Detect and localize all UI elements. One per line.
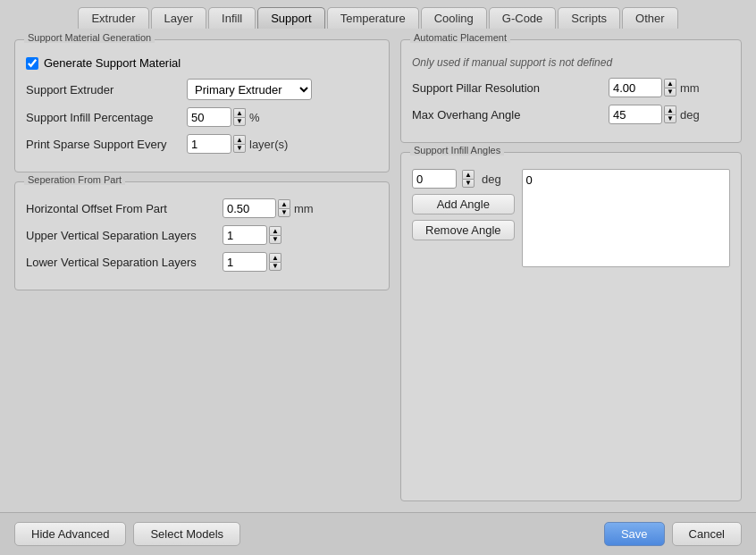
support-infill-unit: % — [249, 111, 260, 124]
support-infill-input[interactable]: 50 — [187, 107, 231, 127]
main-content: Support Material Generation Generate Sup… — [0, 29, 756, 512]
panels-row: Support Material Generation Generate Sup… — [14, 39, 742, 501]
print-sparse-down[interactable]: ▼ — [233, 144, 246, 153]
angle-input[interactable] — [412, 169, 457, 189]
lower-vertical-up[interactable]: ▲ — [269, 253, 281, 262]
generate-support-label: Generate Support Material — [44, 56, 181, 70]
print-sparse-spinner[interactable]: ▲ ▼ — [233, 135, 246, 153]
tab-support[interactable]: Support — [257, 7, 325, 29]
horizontal-offset-row: Horizontal Offset From Part ▲ ▼ mm — [26, 198, 378, 218]
upper-vertical-row: Upper Vertical Separation Layers ▲ ▼ — [26, 225, 378, 245]
tab-scripts[interactable]: Scripts — [558, 7, 620, 29]
bottom-bar: Hide Advanced Select Models Save Cancel — [0, 512, 756, 555]
max-overhang-down[interactable]: ▼ — [664, 114, 676, 123]
support-pillar-label: Support Pillar Resolution — [412, 81, 609, 95]
tab-cooling[interactable]: Cooling — [421, 7, 487, 29]
left-panels: Support Material Generation Generate Sup… — [14, 39, 390, 501]
upper-vertical-label: Upper Vertical Separation Layers — [26, 229, 223, 242]
print-sparse-unit: layer(s) — [249, 138, 288, 151]
lower-vertical-input[interactable] — [223, 252, 267, 272]
print-sparse-label: Print Sparse Support Every — [26, 138, 187, 151]
horizontal-offset-unit: mm — [294, 202, 314, 215]
angle-down[interactable]: ▼ — [462, 179, 475, 188]
upper-vertical-down[interactable]: ▼ — [269, 235, 281, 244]
generate-support-row: Generate Support Material — [26, 56, 378, 70]
support-pillar-down[interactable]: ▼ — [664, 88, 676, 97]
lower-vertical-down[interactable]: ▼ — [269, 262, 281, 271]
upper-vertical-up[interactable]: ▲ — [269, 226, 281, 235]
automatic-placement-panel: Automatic Placement Only used if manual … — [400, 39, 742, 143]
max-overhang-unit: deg — [680, 108, 700, 122]
support-pillar-row: Support Pillar Resolution ▲ ▼ mm — [412, 78, 730, 97]
infill-angles-list[interactable]: 0 — [522, 169, 730, 267]
support-infill-up[interactable]: ▲ — [233, 108, 246, 117]
tab-infill[interactable]: Infill — [208, 7, 256, 29]
upper-vertical-spinner[interactable]: ▲ ▼ — [269, 226, 281, 244]
add-angle-button[interactable]: Add Angle — [412, 194, 515, 214]
print-sparse-input[interactable] — [187, 134, 231, 154]
horizontal-offset-spinner[interactable]: ▲ ▼ — [278, 199, 290, 217]
support-material-generation-panel: Support Material Generation Generate Sup… — [14, 39, 390, 172]
tab-temperature[interactable]: Temperature — [327, 7, 419, 29]
support-infill-angles-panel: Support Infill Angles ▲ ▼ deg Add Angle — [400, 152, 742, 501]
angle-up[interactable]: ▲ — [462, 170, 475, 179]
max-overhang-label: Max Overhang Angle — [412, 108, 609, 122]
bottom-right: Save Cancel — [604, 522, 742, 546]
horizontal-offset-label: Horizontal Offset From Part — [26, 202, 223, 215]
save-button[interactable]: Save — [604, 522, 665, 546]
max-overhang-spinner[interactable]: ▲ ▼ — [664, 105, 676, 123]
angle-input-row: ▲ ▼ deg — [412, 169, 515, 189]
tab-extruder[interactable]: Extruder — [78, 7, 148, 29]
hide-advanced-button[interactable]: Hide Advanced — [14, 522, 126, 546]
automatic-placement-note: Only used if manual support is not defin… — [412, 56, 730, 69]
max-overhang-row: Max Overhang Angle ▲ ▼ deg — [412, 105, 730, 124]
tab-layer[interactable]: Layer — [151, 7, 207, 29]
support-extruder-select[interactable]: Primary Extruder Secondary Extruder — [187, 79, 312, 100]
right-panels: Automatic Placement Only used if manual … — [400, 39, 742, 501]
max-overhang-input[interactable] — [609, 105, 662, 124]
support-infill-angles-title: Support Infill Angles — [410, 145, 504, 156]
angle-spinner[interactable]: ▲ ▼ — [462, 170, 475, 188]
support-infill-spinner[interactable]: ▲ ▼ — [233, 108, 246, 126]
upper-vertical-input[interactable] — [223, 225, 267, 245]
support-pillar-unit: mm — [680, 81, 700, 95]
automatic-placement-title: Automatic Placement — [410, 32, 510, 43]
lower-vertical-label: Lower Vertical Separation Layers — [26, 256, 223, 269]
select-models-button[interactable]: Select Models — [133, 522, 240, 546]
support-infill-row: Support Infill Percentage 50 ▲ ▼ % — [26, 107, 378, 127]
lower-vertical-row: Lower Vertical Separation Layers ▲ ▼ — [26, 252, 378, 272]
generate-support-checkbox[interactable] — [26, 57, 38, 70]
horizontal-offset-up[interactable]: ▲ — [278, 199, 290, 208]
tab-bar: Extruder Layer Infill Support Temperatur… — [0, 0, 756, 29]
support-extruder-label: Support Extruder — [26, 83, 187, 97]
support-extruder-row: Support Extruder Primary Extruder Second… — [26, 79, 378, 100]
support-pillar-spinner[interactable]: ▲ ▼ — [664, 79, 676, 97]
print-sparse-row: Print Sparse Support Every ▲ ▼ layer(s) — [26, 134, 378, 154]
separation-from-part-title: Seperation From Part — [24, 174, 125, 185]
cancel-button[interactable]: Cancel — [672, 522, 742, 546]
tab-gcode[interactable]: G-Code — [489, 7, 557, 29]
max-overhang-up[interactable]: ▲ — [664, 105, 676, 114]
separation-from-part-panel: Seperation From Part Horizontal Offset F… — [14, 181, 390, 290]
support-infill-down[interactable]: ▼ — [233, 117, 246, 126]
horizontal-offset-input[interactable] — [223, 198, 276, 218]
support-material-generation-title: Support Material Generation — [24, 32, 155, 43]
bottom-left: Hide Advanced Select Models — [14, 522, 240, 546]
horizontal-offset-down[interactable]: ▼ — [278, 208, 290, 217]
remove-angle-button[interactable]: Remove Angle — [412, 220, 515, 240]
support-infill-label: Support Infill Percentage — [26, 111, 187, 124]
infill-content: ▲ ▼ deg Add Angle Remove Angle 0 — [412, 169, 730, 267]
lower-vertical-spinner[interactable]: ▲ ▼ — [269, 253, 281, 271]
infill-controls: ▲ ▼ deg Add Angle Remove Angle — [412, 169, 515, 240]
support-pillar-input[interactable] — [609, 78, 662, 97]
angle-unit: deg — [482, 172, 501, 186]
print-sparse-up[interactable]: ▲ — [233, 135, 246, 144]
tab-other[interactable]: Other — [622, 7, 678, 29]
support-pillar-up[interactable]: ▲ — [664, 79, 676, 88]
